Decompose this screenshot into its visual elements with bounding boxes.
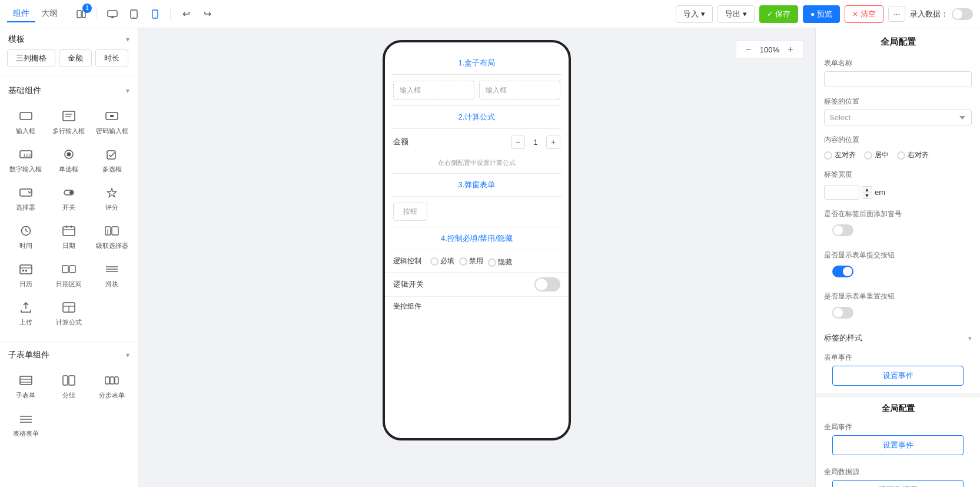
set-global-event-button[interactable]: 设置事件 (832, 435, 964, 455)
dialog-button[interactable]: 按钮 (393, 203, 427, 221)
undo-icon[interactable]: ↩ (178, 6, 194, 22)
svg-point-6 (133, 16, 134, 18)
page-list-icon[interactable]: 1 (73, 6, 89, 22)
daterange-icon (61, 261, 77, 277)
comp-rate[interactable]: 评分 (91, 180, 133, 217)
comp-password[interactable]: 密码输入框 (91, 103, 133, 140)
svg-line-26 (26, 231, 28, 232)
redo-icon[interactable]: ↪ (199, 6, 215, 22)
comp-calendar[interactable]: 日历 (5, 256, 46, 293)
comp-date[interactable]: 日期 (48, 218, 89, 255)
comp-formula[interactable]: 计算公式 (48, 294, 89, 332)
reset-toggle[interactable] (832, 307, 853, 319)
colon-toggle[interactable] (832, 224, 853, 236)
label-position-select[interactable]: Select (824, 110, 972, 125)
align-left[interactable]: 左对齐 (824, 150, 856, 160)
comp-select[interactable]: 选择器 (5, 180, 46, 217)
mobile-icon[interactable] (147, 6, 163, 22)
section-box-layout[interactable]: 1.盒子布局 (385, 52, 569, 74)
canvas-area: − 100% + 1.盒子布局 输入框 输入框 2.计算公式 金额 − 1 (138, 28, 815, 487)
comp-slider-label: 滑块 (105, 280, 118, 289)
desktop-icon[interactable] (104, 6, 121, 22)
number-icon: 123 (18, 146, 34, 163)
input-box-2[interactable]: 输入框 (479, 81, 560, 100)
comp-steptable[interactable]: 分步表单 (91, 367, 133, 405)
colon-toggle-row (824, 222, 972, 241)
basic-collapse-icon[interactable]: ▾ (126, 87, 129, 95)
comp-cascader[interactable]: 级联选择器 (91, 218, 133, 255)
import-button[interactable]: 导入 ▾ (676, 5, 713, 23)
sub-section-header[interactable]: 子表单组件 ▾ (0, 344, 138, 365)
template-section-header[interactable]: 模板 ▾ (0, 28, 138, 49)
zoom-out-button[interactable]: − (742, 43, 755, 56)
radio-hidden[interactable]: 隐藏 (488, 257, 512, 267)
num-decrease-button[interactable]: − (511, 135, 525, 149)
label-width-input[interactable]: 6.2 (824, 185, 859, 200)
section-dialog[interactable]: 3.弹窗表单 (385, 174, 569, 196)
zoom-in-button[interactable]: + (784, 43, 797, 56)
comp-time[interactable]: 时间 (5, 218, 46, 255)
controlled-label: 受控组件 (393, 302, 421, 310)
input-box-1[interactable]: 输入框 (393, 81, 474, 100)
reset-toggle-row (824, 304, 972, 323)
tab-components[interactable]: 组件 (7, 6, 35, 22)
template-item-amount[interactable]: 金额 (59, 49, 92, 67)
form-name-input[interactable] (824, 71, 972, 87)
switch-knob (536, 279, 547, 290)
basic-section-header[interactable]: 基础组件 ▾ (0, 79, 138, 101)
set-datasource-button[interactable]: 设置数据源 (832, 480, 964, 487)
comp-upload[interactable]: 上传 (5, 294, 46, 332)
tab-outline[interactable]: 大纲 (35, 6, 64, 22)
save-button[interactable]: ✓ 保存 (759, 5, 798, 23)
template-item-3col[interactable]: 三列栅格 (7, 49, 55, 67)
spin-down-button[interactable]: ▼ (862, 193, 872, 199)
template-collapse-icon[interactable]: ▾ (126, 35, 129, 44)
export-button[interactable]: 导出 ▾ (717, 5, 755, 23)
comp-tabletable[interactable]: 表格表单 (5, 406, 46, 443)
formula-field-label: 金额 (393, 137, 423, 147)
comp-textarea[interactable]: 多行输入框 (48, 103, 89, 140)
sub-collapse-icon[interactable]: ▾ (126, 351, 129, 359)
section-formula[interactable]: 2.计算公式 (385, 106, 569, 128)
time-icon (18, 223, 34, 239)
comp-number-label: 数字输入框 (9, 165, 42, 174)
submit-toggle-row (824, 263, 972, 282)
data-toggle-switch[interactable] (952, 8, 973, 20)
comp-group[interactable]: 分组 (48, 367, 89, 405)
label-style-arrow[interactable]: ▾ (968, 334, 972, 342)
svg-rect-34 (20, 265, 32, 274)
clear-button[interactable]: ✕ 清空 (845, 5, 883, 23)
align-right[interactable]: 右对齐 (897, 150, 929, 160)
num-increase-button[interactable]: + (546, 135, 560, 149)
label-width-field: 标签宽度 6.2 ▲ ▼ em (816, 165, 980, 204)
comp-radio[interactable]: 单选框 (48, 141, 89, 178)
svg-rect-9 (20, 112, 32, 120)
section-control[interactable]: 4.控制必填/禁用/隐藏 (385, 227, 569, 250)
comp-subtable[interactable]: 子表单 (5, 367, 46, 405)
template-item-duration[interactable]: 时长 (95, 49, 128, 67)
align-center[interactable]: 居中 (864, 150, 889, 160)
set-event-button[interactable]: 设置事件 (832, 366, 964, 386)
date-icon (61, 223, 77, 239)
svg-rect-14 (110, 115, 114, 117)
svg-point-8 (154, 16, 155, 18)
label-position-field: 标签的位置 Select (816, 92, 980, 130)
preview-button[interactable]: ● 预览 (803, 5, 840, 23)
comp-number[interactable]: 123 数字输入框 (5, 141, 46, 178)
radio-required[interactable]: 必填 (430, 255, 454, 267)
comp-group-label: 分组 (62, 391, 75, 400)
spin-up-button[interactable]: ▲ (862, 186, 872, 193)
logic-switch[interactable] (534, 277, 560, 291)
submit-toggle[interactable] (832, 266, 853, 277)
comp-input[interactable]: 输入框 (5, 103, 46, 140)
tablet-icon[interactable] (125, 6, 142, 22)
global-datasource-label: 全局数据源 (824, 467, 972, 477)
comp-slider[interactable]: 滑块 (91, 256, 133, 293)
comp-switch[interactable]: 开关 (48, 180, 89, 217)
more-button[interactable]: ··· (888, 6, 905, 22)
colon-field: 是否在标签后面添加冒号 (816, 204, 980, 246)
comp-checkbox[interactable]: 多选框 (91, 141, 133, 178)
radio-disabled[interactable]: 禁用 (459, 255, 483, 267)
logic-switch-label: 逻辑开关 (393, 279, 424, 290)
comp-daterange[interactable]: 日期区间 (48, 256, 89, 293)
